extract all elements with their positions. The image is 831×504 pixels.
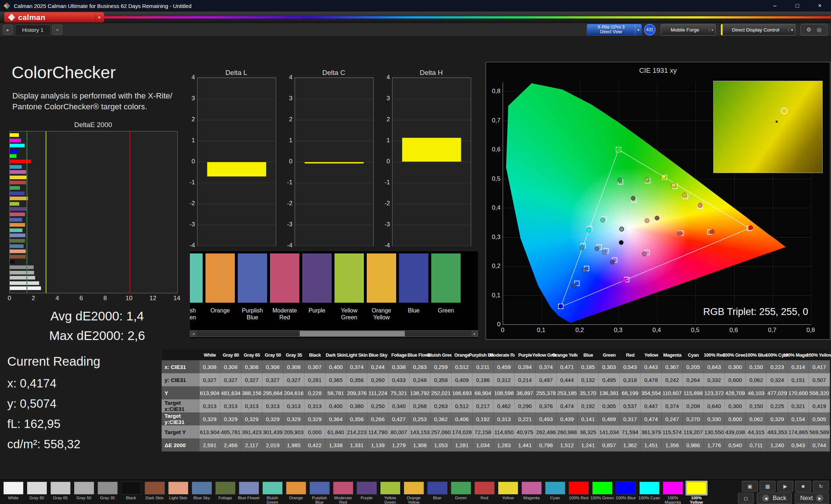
table-cell: 0,489 <box>599 412 620 425</box>
table-header-cell: Cyan <box>683 349 704 360</box>
bottom-swatch-moderate-red[interactable]: Moderate Red <box>331 480 355 504</box>
bottom-swatch-gray-35[interactable]: Gray 35 <box>96 480 119 504</box>
bottom-swatch-white[interactable]: White <box>1 480 25 504</box>
gridline <box>198 78 276 78</box>
gear-icon[interactable]: ⚙ <box>806 26 811 33</box>
table-cell: 0,493 <box>536 412 557 425</box>
patch-label: Purplish Blue <box>238 307 267 321</box>
bottom-swatch-blue-sky[interactable]: Blue Sky <box>190 480 213 504</box>
bottom-swatch-gray-65[interactable]: Gray 65 <box>49 480 72 504</box>
table-cell: 0,208 <box>683 399 704 412</box>
display-control-button[interactable]: Direct Display Control ▾ <box>721 24 795 35</box>
swatch-color-block <box>286 482 306 495</box>
bottom-swatch-magenta[interactable]: Magenta <box>520 480 543 504</box>
patch-strip-scrollbar[interactable]: ◂ ▸ <box>190 330 478 337</box>
cie-1931-panel: CIE 1931 xy RGB Triplet: 255, 255, 0 0,8… <box>486 62 830 340</box>
table-cell: 0,356 <box>346 412 367 425</box>
cie-x-tick: 0,3 <box>612 327 625 334</box>
bottom-swatch-gray-50[interactable]: Gray 50 <box>72 480 96 504</box>
strip-patch-blue[interactable]: Blue <box>399 253 428 321</box>
strip-patch-purplish-blue[interactable]: Purplish Blue <box>238 253 267 321</box>
display-icon[interactable]: ▣ <box>742 481 758 492</box>
page-subtitle: Display analysis is performed with the X… <box>12 91 172 112</box>
table-cell: 0,374 <box>346 360 367 373</box>
swatch-label: 100% Yellow <box>685 496 708 504</box>
table-header-cell: Blue Sky <box>367 349 389 360</box>
bottom-swatch-100-blue[interactable]: 100% Blue <box>614 480 637 504</box>
table-cell: 0,264 <box>683 373 704 386</box>
bottom-swatch-yellow-green[interactable]: Yellow Green <box>378 480 402 504</box>
calman-menu-button[interactable]: calman ▾ <box>4 12 104 22</box>
table-cell: 1,308 <box>410 438 431 452</box>
swatch-color-block <box>333 482 353 495</box>
bottom-swatch-100-magenta[interactable]: 100% Magenta <box>661 480 685 504</box>
maximize-button[interactable]: □ <box>786 0 809 12</box>
tab-label: History 1 <box>22 27 43 33</box>
bottom-swatch-purplish-blue[interactable]: Purplish Blue <box>308 480 331 504</box>
back-label: Back <box>773 495 786 502</box>
table-cell: 485,781 <box>220 425 241 438</box>
strip-patch-purple[interactable]: Purple <box>302 253 332 321</box>
bottom-swatch-foliage[interactable]: Foliage <box>213 480 237 504</box>
strip-patch-green[interactable]: Green <box>431 253 461 321</box>
minimize-button[interactable]: – <box>764 0 786 12</box>
table-cell: 0,327 <box>220 373 241 386</box>
scroll-thumb[interactable] <box>300 331 405 336</box>
bottom-swatch-dark-skin[interactable]: Dark Skin <box>143 480 166 504</box>
swatch-label: 100% Magenta <box>661 496 685 504</box>
pattern-source-button[interactable]: Mobile Forge ▾ <box>661 24 716 35</box>
bottom-swatch-cyan[interactable]: Cyan <box>543 480 567 504</box>
table-cell: 1,362 <box>620 438 641 452</box>
tab-scroll-button[interactable]: ▸ <box>3 25 13 35</box>
bottom-swatch-orange[interactable]: Orange <box>284 480 308 504</box>
bottom-swatch-purple[interactable]: Purple <box>355 480 378 504</box>
grid-icon[interactable]: ▦ <box>760 481 776 492</box>
scroll-track[interactable] <box>196 331 471 337</box>
bottom-swatch-light-skin[interactable]: Light Skin <box>166 480 190 504</box>
table-cell: 1,053 <box>431 438 452 452</box>
bottom-swatch-blue-flower[interactable]: Blue Flower <box>237 480 261 504</box>
table-row: ΔE 20002,5912,4662,1172,0191,9850,4221,3… <box>162 438 830 452</box>
swatch-label: Blue Sky <box>194 496 210 500</box>
bottom-swatch-bluish-green[interactable]: Bluish Green <box>261 480 284 504</box>
table-cell: 170,600 <box>788 386 809 399</box>
table-header-cell: White <box>199 349 220 360</box>
meter-select-button[interactable]: X-Rite i1Pro 3 Direct View ▾ <box>587 24 642 35</box>
bottom-swatch-blue[interactable]: Blue <box>425 480 449 504</box>
table-cell: 0,537 <box>620 399 641 412</box>
bottom-swatch-red[interactable]: Red <box>473 480 496 504</box>
strip-patch-orange[interactable]: Orange <box>205 253 235 321</box>
bottom-swatch-100-yellow[interactable]: 100% Yellow <box>685 480 708 504</box>
strip-patch-moderate-red[interactable]: Moderate Red <box>270 253 299 321</box>
scroll-left-icon[interactable]: ◂ <box>190 331 196 337</box>
bottom-swatch-gray-80[interactable]: Gray 80 <box>25 480 49 504</box>
swatch-color-block <box>474 482 495 495</box>
table-header-cell: 100% Blue <box>746 349 767 360</box>
refresh-icon[interactable]: ↻ <box>813 481 829 492</box>
frame-icon[interactable]: ◻ <box>738 493 754 504</box>
swatch-label: Light Skin <box>169 496 187 500</box>
target-icon[interactable]: ◎ <box>817 26 822 33</box>
bottom-swatch-100-cyan[interactable]: 100% Cyan <box>637 480 661 504</box>
play-icon[interactable]: ▶ <box>777 481 793 492</box>
add-tab-button[interactable]: + <box>52 25 62 35</box>
close-button[interactable]: × <box>809 0 831 12</box>
strip-patch-bluish-green[interactable]: Bluish Green <box>190 253 203 321</box>
bottom-swatch-black[interactable]: Black <box>119 480 143 504</box>
bottom-swatch-100-green[interactable]: 100% Green <box>590 480 614 504</box>
bottom-swatch-yellow[interactable]: Yellow <box>496 480 520 504</box>
strip-patch-orange-yellow[interactable]: Orange Yellow <box>367 253 396 321</box>
table-cell: 0,151 <box>788 373 809 386</box>
stop-icon[interactable]: ■ <box>795 481 811 492</box>
bottom-swatch-orange-yellow[interactable]: Orange Yellow <box>402 480 425 504</box>
scroll-right-icon[interactable]: ▸ <box>471 331 478 337</box>
gridline <box>295 225 373 225</box>
strip-patch-yellow-green[interactable]: Yellow Green <box>335 253 364 321</box>
bottom-swatch-green[interactable]: Green <box>449 480 473 504</box>
back-button[interactable]: ◀ Back <box>757 492 792 504</box>
deltae-bar-chart <box>9 131 178 293</box>
tab-history-1[interactable]: History 1 <box>15 25 50 35</box>
next-button[interactable]: Next ▶ <box>795 492 829 504</box>
deltae-bar-light-skin <box>10 249 26 253</box>
bottom-swatch-100-red[interactable]: 100% Red <box>567 480 590 504</box>
